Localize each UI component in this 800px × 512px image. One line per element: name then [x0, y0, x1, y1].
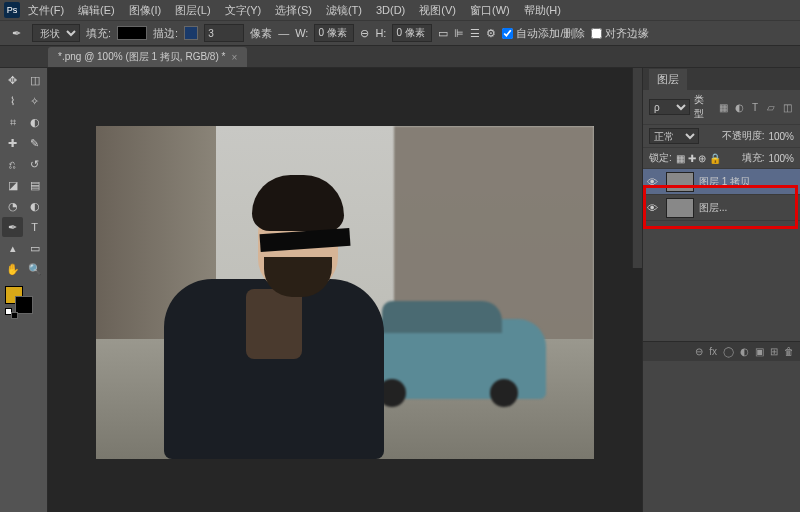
- layers-panel-footer: ⊖ fx ◯ ◐ ▣ ⊞ 🗑: [643, 341, 800, 361]
- gradient-tool[interactable]: ▤: [24, 175, 45, 195]
- fill-value[interactable]: 100%: [768, 153, 794, 164]
- layer-kind-label: 类型: [694, 93, 712, 121]
- app-logo: Ps: [4, 2, 20, 18]
- annotation-highlight-box: [643, 185, 798, 229]
- options-bar: ✒ 形状 填充: 描边: 像素 — W: ⊖ H: ▭ ⊫ ☰ ⚙ 自动添加/删…: [0, 20, 800, 46]
- width-input[interactable]: [314, 24, 354, 42]
- default-colors-icon-2: [11, 312, 18, 319]
- adjustment-icon[interactable]: ◐: [740, 346, 749, 357]
- group-icon[interactable]: ▣: [755, 346, 764, 357]
- stroke-swatch[interactable]: [184, 26, 198, 40]
- align-edges-checkbox[interactable]: 对齐边缘: [591, 26, 649, 41]
- menu-file[interactable]: 文件(F): [22, 1, 70, 20]
- menu-3d[interactable]: 3D(D): [370, 2, 411, 18]
- crop-tool[interactable]: ⌗: [2, 112, 23, 132]
- align-edges-label: 对齐边缘: [605, 26, 649, 41]
- filter-type-icon[interactable]: T: [748, 100, 762, 114]
- opacity-value[interactable]: 100%: [768, 131, 794, 142]
- pen-tool[interactable]: ✒: [2, 217, 23, 237]
- clone-stamp-tool[interactable]: ⎌: [2, 154, 23, 174]
- eyedropper-tool[interactable]: ◐: [24, 112, 45, 132]
- h-label: H:: [375, 27, 386, 39]
- delete-layer-icon[interactable]: 🗑: [784, 346, 794, 357]
- shape-tool[interactable]: ▭: [24, 238, 45, 258]
- color-swatches[interactable]: [2, 284, 45, 318]
- fill-swatch[interactable]: [117, 26, 147, 40]
- document-tab[interactable]: *.png @ 100% (图层 1 拷贝, RGB/8) * ×: [48, 47, 247, 67]
- path-ops-icon[interactable]: ▭: [438, 27, 448, 40]
- menu-image[interactable]: 图像(I): [123, 1, 167, 20]
- fx-icon[interactable]: fx: [709, 346, 717, 357]
- link-layers-icon[interactable]: ⊖: [695, 346, 703, 357]
- menu-layer[interactable]: 图层(L): [169, 1, 216, 20]
- magic-wand-tool[interactable]: ✧: [24, 91, 45, 111]
- menu-window[interactable]: 窗口(W): [464, 1, 516, 20]
- history-brush-tool[interactable]: ↺: [24, 154, 45, 174]
- blur-tool[interactable]: ◔: [2, 196, 23, 216]
- gear-icon[interactable]: ⚙: [486, 27, 496, 40]
- workspace: ✥ ◫ ⌇ ✧ ⌗ ◐ ✚ ✎ ⎌ ↺ ◪ ▤ ◔ ◐ ✒ T ▴ ▭ ✋ 🔍: [0, 68, 800, 512]
- document-tab-title: *.png @ 100% (图层 1 拷贝, RGB/8) *: [58, 50, 225, 64]
- layer-filter-row: ρ 类型 ▦ ◐ T ▱ ◫: [643, 90, 800, 125]
- fill-label: 填充:: [742, 151, 765, 165]
- auto-add-delete-label: 自动添加/删除: [516, 26, 585, 41]
- new-layer-icon[interactable]: ⊞: [770, 346, 778, 357]
- brush-tool[interactable]: ✎: [24, 133, 45, 153]
- dodge-tool[interactable]: ◐: [24, 196, 45, 216]
- layers-tab[interactable]: 图层: [649, 69, 687, 90]
- auto-add-delete-checkbox[interactable]: 自动添加/删除: [502, 26, 585, 41]
- lock-icons[interactable]: ▦ ✚ ⊕ 🔒: [676, 153, 721, 164]
- menu-view[interactable]: 视图(V): [413, 1, 462, 20]
- collapsed-panel-strip[interactable]: [632, 68, 642, 268]
- stroke-label: 描边:: [153, 26, 178, 41]
- canvas-area[interactable]: [48, 68, 642, 512]
- eraser-tool[interactable]: ◪: [2, 175, 23, 195]
- filter-shape-icon[interactable]: ▱: [764, 100, 778, 114]
- menu-edit[interactable]: 编辑(E): [72, 1, 121, 20]
- hand-tool[interactable]: ✋: [2, 259, 23, 279]
- marquee-tool[interactable]: ◫: [24, 70, 45, 90]
- align-edges-input[interactable]: [591, 28, 602, 39]
- blend-mode-select[interactable]: 正常: [649, 128, 699, 144]
- close-tab-icon[interactable]: ×: [231, 52, 237, 63]
- auto-add-delete-input[interactable]: [502, 28, 513, 39]
- stroke-unit: 像素: [250, 26, 272, 41]
- right-dock: 图层 ρ 类型 ▦ ◐ T ▱ ◫ 正常 不透明度: 100% 锁定: ▦ ✚ …: [642, 68, 800, 512]
- zoom-tool[interactable]: 🔍: [24, 259, 45, 279]
- filter-smart-icon[interactable]: ◫: [780, 100, 794, 114]
- menu-help[interactable]: 帮助(H): [518, 1, 567, 20]
- type-tool[interactable]: T: [24, 217, 45, 237]
- path-select-tool[interactable]: ▴: [2, 238, 23, 258]
- toolbox: ✥ ◫ ⌇ ✧ ⌗ ◐ ✚ ✎ ⎌ ↺ ◪ ▤ ◔ ◐ ✒ T ▴ ▭ ✋ 🔍: [0, 68, 48, 512]
- mask-icon[interactable]: ◯: [723, 346, 734, 357]
- stroke-width-input[interactable]: [204, 24, 244, 42]
- filter-pixel-icon[interactable]: ▦: [716, 100, 730, 114]
- menu-bar: Ps 文件(F) 编辑(E) 图像(I) 图层(L) 文字(Y) 选择(S) 滤…: [0, 0, 800, 20]
- menu-filter[interactable]: 滤镜(T): [320, 1, 368, 20]
- menu-select[interactable]: 选择(S): [269, 1, 318, 20]
- layers-panel-tabs: 图层: [643, 68, 800, 90]
- blend-opacity-row: 正常 不透明度: 100%: [643, 125, 800, 148]
- filter-adjust-icon[interactable]: ◐: [732, 100, 746, 114]
- move-tool[interactable]: ✥: [2, 70, 23, 90]
- tool-mode-select[interactable]: 形状: [32, 24, 80, 42]
- w-label: W:: [295, 27, 308, 39]
- layer-kind-select[interactable]: ρ: [649, 99, 690, 115]
- lasso-tool[interactable]: ⌇: [2, 91, 23, 111]
- pen-tool-icon: ✒: [6, 23, 26, 43]
- link-wh-icon[interactable]: ⊖: [360, 27, 369, 40]
- path-align-icon[interactable]: ⊫: [454, 27, 464, 40]
- healing-brush-tool[interactable]: ✚: [2, 133, 23, 153]
- lock-fill-row: 锁定: ▦ ✚ ⊕ 🔒 填充: 100%: [643, 148, 800, 169]
- menu-type[interactable]: 文字(Y): [219, 1, 268, 20]
- lock-label: 锁定:: [649, 151, 672, 165]
- stroke-style-dash[interactable]: —: [278, 27, 289, 39]
- document-tab-bar: *.png @ 100% (图层 1 拷贝, RGB/8) * ×: [0, 46, 800, 68]
- fill-label: 填充:: [86, 26, 111, 41]
- opacity-label: 不透明度:: [722, 129, 765, 143]
- canvas-image[interactable]: [96, 126, 594, 459]
- path-arrange-icon[interactable]: ☰: [470, 27, 480, 40]
- height-input[interactable]: [392, 24, 432, 42]
